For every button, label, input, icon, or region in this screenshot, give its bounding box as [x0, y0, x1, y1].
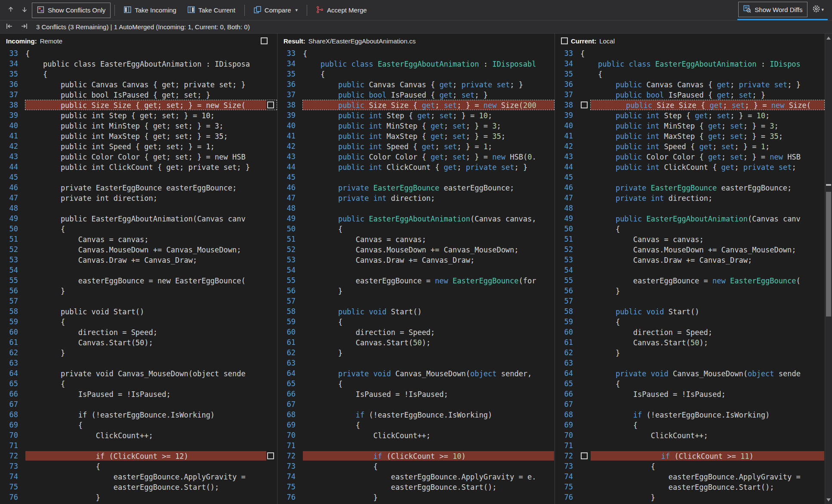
code-line-text: easterEggBounce.Start(); [25, 482, 277, 492]
scroll-up-button[interactable] [825, 34, 832, 41]
accept-merge-label: Accept Merge [327, 6, 367, 14]
code-line-text [303, 203, 554, 213]
code-line: 74 easterEggBounce.ApplyGravity = [0, 471, 277, 482]
scrollbar-marker [826, 184, 831, 186]
code-line: 41 public int MaxStep { get; set; } = 35… [555, 131, 825, 141]
line-number: 46 [0, 182, 25, 193]
code-line: 56 } [0, 286, 277, 296]
code-line: 73 { [277, 461, 555, 471]
incoming-header-checkbox[interactable] [261, 37, 268, 44]
code-line: 47 private int direction; [277, 193, 555, 203]
code-line: 77 } [0, 502, 277, 504]
line-number: 61 [0, 337, 25, 347]
line-number: 72 [555, 451, 580, 461]
toolbar-separator [307, 5, 307, 16]
code-line-text: { [303, 224, 554, 234]
code-line-text: IsPaused = !IsPaused; [580, 389, 824, 399]
line-number: 71 [277, 440, 302, 451]
go-to-last-conflict-button[interactable] [17, 20, 31, 34]
code-line-text: easterEggBounce.ApplyGravity = e. [303, 472, 554, 481]
code-line: 49 public EasterEggAboutAnimation(Canvas… [555, 213, 825, 224]
previous-conflict-button[interactable] [4, 3, 17, 17]
code-line-text [25, 358, 277, 368]
result-code-editor[interactable]: 33{34 public class EasterEggAboutAnimati… [277, 48, 555, 504]
line-number: 56 [555, 286, 580, 296]
code-line: 46 private EasterEggBounce easterEggBoun… [0, 182, 277, 193]
arrow-down-icon [21, 6, 28, 14]
line-number: 73 [277, 461, 302, 471]
next-conflict-button[interactable] [18, 3, 31, 17]
code-line-text: public Canvas Canvas { get; private set;… [25, 80, 277, 89]
code-line: 58 public void Start() [0, 306, 277, 317]
line-number: 73 [555, 461, 580, 471]
current-code-editor[interactable]: 33{34 public class EasterEggAboutAnimati… [555, 48, 825, 504]
code-line-text: { [303, 461, 554, 471]
conflict-checkbox[interactable] [581, 101, 588, 108]
code-line: 67 [277, 399, 555, 409]
code-line-text: ClickCount++; [303, 430, 554, 440]
line-number: 43 [277, 151, 302, 162]
line-number: 57 [0, 296, 25, 306]
line-number: 53 [0, 255, 25, 265]
code-line-text [303, 296, 554, 306]
code-line: 37 public bool IsPaused { get; set; } [277, 89, 555, 100]
take-incoming-button[interactable]: Take Incoming [119, 3, 182, 18]
code-line-text: } [25, 492, 277, 502]
line-number: 62 [277, 347, 302, 358]
take-current-button[interactable]: Take Current [182, 3, 240, 18]
line-number: 53 [555, 255, 580, 265]
code-line-text: public int MinStep { get; set; } = 3; [580, 121, 824, 130]
line-number: 66 [555, 389, 580, 399]
code-line-text: private EasterEggBounce easterEggBounce; [580, 183, 824, 192]
code-line-text: { [580, 49, 824, 58]
code-line-text: Canvas = canvas; [580, 234, 824, 244]
line-number: 71 [0, 440, 25, 451]
go-to-first-conflict-button[interactable] [3, 20, 16, 34]
code-line-text: easterEggBounce = new EasterEggBounce(fo… [303, 276, 554, 285]
code-line: 35 { [277, 69, 555, 79]
line-number: 58 [555, 306, 580, 317]
compare-button[interactable]: Compare ▾ [249, 3, 303, 18]
code-line: 51 Canvas = canvas; [277, 234, 555, 244]
line-number: 59 [277, 317, 302, 327]
show-conflicts-only-button[interactable]: Show Conflicts Only [32, 3, 111, 18]
line-number: 36 [555, 79, 580, 89]
vertical-scrollbar[interactable] [825, 34, 832, 504]
scroll-down-button[interactable] [825, 496, 832, 503]
conflict-line-text: public Size Size { get; set; } = new Siz… [303, 100, 554, 110]
code-line-text: private int direction; [25, 193, 277, 203]
line-number: 43 [555, 151, 580, 162]
incoming-code-editor[interactable]: 33{34 public class EasterEggAboutAnimati… [0, 48, 277, 504]
code-line: 47 private int direction; [0, 193, 277, 203]
scrollbar-thumb[interactable] [826, 192, 831, 317]
line-number: 35 [277, 69, 302, 79]
pane-title: Incoming: [6, 37, 37, 45]
current-header-checkbox[interactable] [561, 37, 568, 44]
arrow-to-bar-right-icon [20, 23, 28, 31]
line-number: 44 [277, 162, 302, 172]
line-number: 47 [277, 193, 302, 203]
conflict-checkbox[interactable] [267, 452, 274, 459]
conflict-line-text: if (ClickCount >= 11) [591, 451, 824, 461]
line-number: 37 [277, 89, 302, 100]
settings-button[interactable]: ▾ [809, 2, 827, 17]
line-number: 58 [277, 306, 302, 317]
code-line-text [25, 296, 277, 306]
conflict-checkbox[interactable] [581, 452, 588, 459]
code-line-text [303, 400, 554, 409]
code-line-text: if (!easterEggBounce.IsWorking) [303, 410, 554, 419]
code-line: 53 Canvas.Draw += Canvas_Draw; [0, 255, 277, 265]
code-line-text: public int Speed { get; set; } = 1; [303, 141, 554, 151]
line-number: 45 [555, 172, 580, 182]
code-line: 39 public int Step { get; set; } = 10; [277, 110, 555, 120]
code-line-text: { [25, 69, 277, 79]
code-line: 75 easterEggBounce.Start(); [0, 482, 277, 492]
line-number: 55 [0, 275, 25, 286]
show-word-diffs-button[interactable]: Show Word Diffs [738, 2, 807, 17]
accept-merge-button[interactable]: Accept Merge [311, 3, 372, 18]
conflict-checkbox[interactable] [267, 101, 274, 108]
code-line: 64 private void Canvas_MouseDown(object … [555, 368, 825, 378]
code-line-text [25, 203, 277, 213]
code-line: 34 public class EasterEggAboutAnimation … [555, 58, 825, 69]
code-line: 44 public int ClickCount { get; private … [0, 162, 277, 172]
